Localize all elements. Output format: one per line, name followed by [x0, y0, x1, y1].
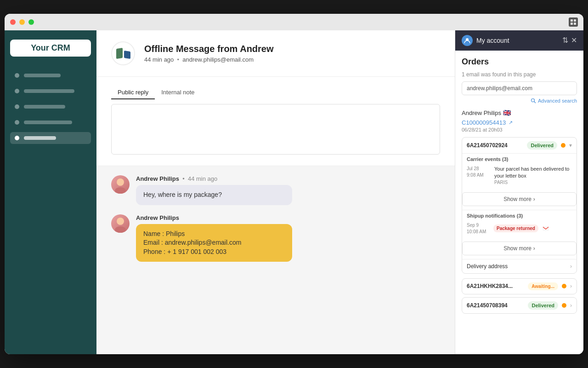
shipup-date-1: Sep 9 10:08 AM	[467, 222, 490, 235]
carrier-event-location: PARIS	[494, 180, 572, 185]
message-bubble-1: Hey, where is my package?	[136, 185, 292, 205]
order-tracking-3: 6A21450708394	[467, 302, 524, 309]
message-email: andrew.philips@email.com	[182, 56, 254, 63]
carrier-event-info: Your parcel has been delivered to your l…	[494, 166, 572, 185]
customer-flag: 🇬🇧	[503, 109, 511, 116]
show-more-carrier-label: Show more	[503, 196, 531, 202]
show-more-carrier-button[interactable]: Show more ›	[462, 192, 577, 206]
carrier-event-time: 9:08 AM	[467, 172, 490, 178]
maximize-button[interactable]	[28, 19, 34, 25]
sidebar-label-2	[24, 89, 74, 93]
status-badge-2: Awaiting...	[528, 282, 558, 290]
sidebar-dot-1	[15, 73, 19, 78]
svg-line-10	[534, 102, 536, 104]
svg-point-6	[117, 218, 124, 225]
sidebar: Your CRM	[5, 30, 96, 354]
messages-list: Andrew Philips • 44 min ago Hey, where i…	[96, 166, 455, 354]
tab-public-reply[interactable]: Public reply	[111, 86, 155, 99]
panel-close-button[interactable]: ✕	[571, 37, 577, 44]
order-card-2-header[interactable]: 6A21HKHK2834... Awaiting... ›	[462, 279, 577, 294]
sidebar-label-4	[24, 121, 72, 124]
minimize-button[interactable]	[19, 19, 25, 25]
message-row-1: Andrew Philips • 44 min ago Hey, where i…	[111, 175, 440, 205]
search-icon	[531, 98, 536, 104]
status-dot-2	[562, 284, 566, 288]
svg-rect-2	[571, 23, 573, 25]
message-content-1: Andrew Philips • 44 min ago Hey, where i…	[136, 175, 440, 205]
order-tracking-2: 6A21HKHK2834...	[467, 283, 524, 289]
reply-tabs: Public reply Internal note	[111, 86, 440, 99]
carrier-event-description: Your parcel has been delivered to your l…	[494, 166, 572, 180]
order-date: 06/28/21 at 20h03	[462, 127, 577, 132]
info-phone: Phone : + 1 917 001 002 003	[143, 247, 285, 257]
customer-name: Andrew Philips	[462, 109, 501, 116]
panel-body: Orders 1 email was found in this page Ad…	[455, 51, 583, 354]
carrier-events-section: Carrier events (3) Jul 28 9:08 AM Your p…	[462, 153, 577, 190]
crm-logo: Your CRM	[10, 40, 91, 57]
sidebar-item-5[interactable]	[10, 132, 91, 144]
tab-internal-note[interactable]: Internal note	[155, 86, 201, 99]
shipup-notifications-section: Shipup notifications (3) Sep 9 10:08 AM …	[462, 210, 577, 239]
show-more-shipup-button[interactable]: Show more ›	[462, 242, 577, 255]
sidebar-dot-4	[15, 120, 19, 125]
app-window: Your CRM	[5, 14, 583, 354]
message-content-2: Andrew Philips Name : Philips Email : an…	[136, 214, 440, 262]
order-ref-row: C100000954413 ↗	[462, 119, 577, 126]
message-title: Offline Message from Andrew	[144, 44, 274, 54]
delivery-address-row[interactable]: Delivery address ›	[462, 259, 577, 273]
sender-name-1: Andrew Philips	[136, 175, 179, 182]
carrier-event-1: Jul 28 9:08 AM Your parcel has been deli…	[467, 166, 572, 185]
sidebar-item-4[interactable]	[10, 116, 91, 128]
panel-sort-button[interactable]: ⇅	[562, 37, 568, 44]
status-dot-1	[561, 143, 565, 148]
order-card-3: 6A21450708394 Delivered ›	[462, 297, 577, 314]
chevron-right-icon-2: ›	[570, 283, 572, 289]
order-card-3-header[interactable]: 6A21450708394 Delivered ›	[462, 298, 577, 313]
sidebar-item-3[interactable]	[10, 101, 91, 113]
logo-bar-green	[116, 48, 123, 59]
gmail-icon	[542, 225, 549, 232]
sender-logo-avatar	[111, 41, 135, 65]
status-dot-3	[562, 303, 566, 308]
main-content: Offline Message from Andrew 44 min ago •…	[96, 30, 455, 354]
show-more-shipup-label: Show more	[503, 245, 531, 252]
package-returned-badge: Package returned	[493, 224, 538, 232]
info-email: Email : andrew.philips@email.com	[143, 238, 285, 247]
sidebar-label-5	[24, 136, 56, 140]
shipup-time: 10:08 AM	[467, 229, 490, 235]
sidebar-item-1[interactable]	[10, 69, 91, 81]
sidebar-dot-3	[15, 104, 19, 109]
order-ref-link[interactable]: C100000954413	[462, 119, 506, 126]
reply-textbox[interactable]	[111, 104, 440, 155]
message-row-2: Andrew Philips Name : Philips Email : an…	[111, 214, 440, 262]
sender-line-2: Andrew Philips	[136, 214, 440, 221]
info-name: Name : Philips	[143, 230, 285, 239]
order-tracking-1: 6A21450702924	[467, 142, 523, 149]
customer-name-row: Andrew Philips 🇬🇧	[462, 109, 577, 116]
avatar-andrew-2	[111, 214, 130, 233]
message-header: Offline Message from Andrew 44 min ago •…	[96, 30, 455, 77]
reply-area: Public reply Internal note	[96, 77, 455, 166]
svg-rect-3	[574, 23, 576, 25]
right-panel: My account ⇅ ✕ Orders 1 email was found …	[455, 30, 583, 354]
order-card-1-header[interactable]: 6A21450702924 Delivered ▾	[462, 138, 577, 153]
panel-header: My account ⇅ ✕	[455, 30, 583, 51]
status-badge-1: Delivered	[527, 141, 557, 150]
sidebar-item-2[interactable]	[10, 85, 91, 97]
sender-name-2: Andrew Philips	[136, 214, 179, 221]
carrier-event-day: Jul 28	[467, 166, 490, 172]
panel-controls: ⇅ ✕	[562, 37, 577, 44]
svg-rect-0	[571, 19, 573, 22]
email-search-input[interactable]	[462, 81, 577, 95]
email-found-note: 1 email was found in this page	[462, 71, 577, 78]
advanced-search-link[interactable]: Advanced search	[462, 98, 577, 104]
status-badge-3: Delivered	[528, 301, 558, 310]
order-card-1: 6A21450702924 Delivered ▾ Carrier events…	[462, 137, 577, 274]
chevron-right-icon-shipup: ›	[533, 245, 535, 252]
panel-title: My account	[476, 37, 559, 44]
close-button[interactable]	[10, 19, 16, 25]
chevron-down-icon-1: ▾	[569, 142, 572, 149]
sidebar-dot-2	[15, 89, 19, 93]
shipup-event-1: Sep 9 10:08 AM Package returned	[467, 222, 572, 235]
orders-section-title: Orders	[462, 57, 577, 67]
